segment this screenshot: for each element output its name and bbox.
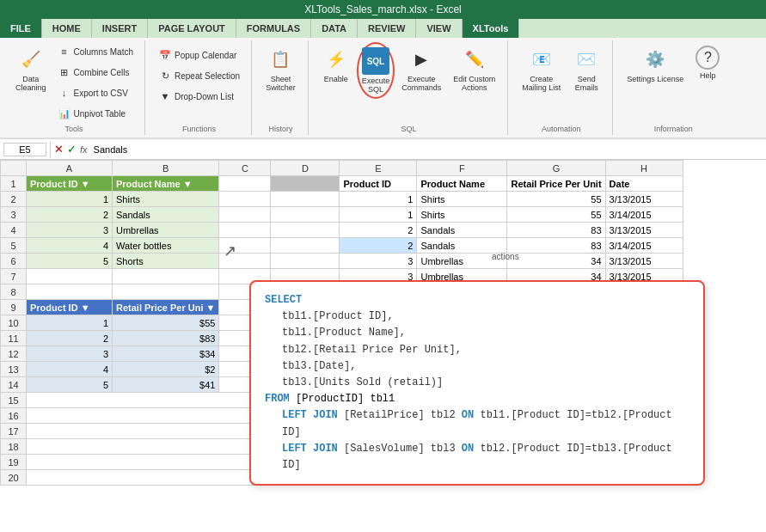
cell-h3[interactable]: 3/14/2015 [605,207,683,223]
execute-sql-button[interactable]: SQL ExecuteSQL [357,42,395,99]
col-header-a[interactable]: A [27,161,113,176]
cell-b9[interactable]: Retail Price Per Uni ▼ [113,300,219,315]
cell-b14[interactable]: $41 [113,377,219,393]
cell-h4[interactable]: 3/13/2015 [605,223,683,238]
sheet-switcher-button[interactable]: 📋 SheetSwitcher [260,42,301,95]
cell-d6[interactable] [271,254,340,269]
cell-f5[interactable]: Sandals [417,238,507,254]
cell-a5[interactable]: 4 [27,238,113,254]
confirm-formula-icon[interactable]: ✓ [67,143,77,156]
tab-insert[interactable]: INSERT [92,19,148,38]
cell-c5[interactable] [219,238,271,254]
cell-b2[interactable]: Shirts [113,192,219,207]
cell-g4[interactable]: 83 [507,223,605,238]
insert-function-icon[interactable]: fx [80,144,88,155]
create-mailing-list-button[interactable]: 📧 CreateMailing List [517,42,566,95]
cell-b8[interactable] [113,284,219,300]
cell-a8[interactable] [27,284,113,300]
cell-d5[interactable] [271,238,340,254]
tab-review[interactable]: REVIEW [358,19,416,38]
cell-e6[interactable]: 3 [340,254,417,269]
cell-b7[interactable] [113,269,219,284]
cell-g5[interactable]: 83 [507,238,605,254]
cell-f3[interactable]: Shirts [417,207,507,223]
send-emails-button[interactable]: ✉️ SendEmails [567,42,605,95]
cell-b13[interactable]: $2 [113,362,219,377]
tab-formulas[interactable]: FORMULAS [236,19,311,38]
col-header-c[interactable]: C [219,161,271,176]
tab-home[interactable]: HOME [42,19,92,38]
formula-input[interactable]: Sandals [91,144,763,156]
cell-a1[interactable]: Product ID ▼ [27,176,113,192]
combine-cells-button[interactable]: ⊞ Combine Cells [53,63,138,82]
cell-b5[interactable]: Water bottles [113,238,219,254]
dropdown-list-button[interactable]: ▼ Drop-Down List [154,87,244,106]
cell-b10[interactable]: $55 [113,315,219,331]
cell-e1[interactable]: Product ID [340,176,417,192]
help-button[interactable]: ? Help [690,42,725,83]
cell-a6[interactable]: 5 [27,254,113,269]
cell-h2[interactable]: 3/13/2015 [605,192,683,207]
cell-b3[interactable]: Sandals [113,207,219,223]
cell-f4[interactable]: Sandals [417,223,507,238]
cell-d3[interactable] [271,207,340,223]
cell-f2[interactable]: Shirts [417,192,507,207]
cell-h5[interactable]: 3/14/2015 [605,238,683,254]
col-header-h[interactable]: H [605,161,683,176]
cell-a7[interactable] [27,269,113,284]
enable-button[interactable]: ⚡ Enable [317,42,355,87]
data-cleaning-button[interactable]: 🧹 DataCleaning [10,42,52,95]
columns-match-button[interactable]: ≡ Columns Match [53,42,138,61]
cell-g2[interactable]: 55 [507,192,605,207]
cell-c1[interactable] [219,176,271,192]
repeat-selection-button[interactable]: ↻ Repeat Selection [154,66,244,85]
cell-e4[interactable]: 2 [340,223,417,238]
cell-c6[interactable] [219,254,271,269]
cell-a13[interactable]: 4 [27,362,113,377]
execute-commands-button[interactable]: ▶ ExecuteCommands [396,42,446,95]
col-header-f[interactable]: F [417,161,507,176]
cell-a11[interactable]: 2 [27,331,113,346]
cell-a12[interactable]: 3 [27,346,113,362]
cell-d4[interactable] [271,223,340,238]
cancel-formula-icon[interactable]: ✕ [54,143,64,156]
cell-a3[interactable]: 2 [27,207,113,223]
cell-a2[interactable]: 1 [27,192,113,207]
cell-a14[interactable]: 5 [27,377,113,393]
cell-c2[interactable] [219,192,271,207]
cell-f1[interactable]: Product Name [417,176,507,192]
export-csv-button[interactable]: ↓ Export to CSV [53,83,138,102]
cell-b12[interactable]: $34 [113,346,219,362]
cell-g1[interactable]: Retail Price Per Unit [507,176,605,192]
settings-license-button[interactable]: ⚙️ Settings License [622,42,689,87]
cell-c3[interactable] [219,207,271,223]
cell-g6[interactable]: 34 [507,254,605,269]
cell-b11[interactable]: $83 [113,331,219,346]
cell-a4[interactable]: 3 [27,223,113,238]
tab-xltools[interactable]: XLTools [463,19,520,38]
unpivot-table-button[interactable]: 📊 Unpivot Table [53,104,138,123]
tab-view[interactable]: VIEW [416,19,462,38]
cell-b1[interactable]: Product Name ▼ [113,176,219,192]
col-header-b[interactable]: B [113,161,219,176]
cell-e2[interactable]: 1 [340,192,417,207]
cell-reference[interactable]: E5 [3,143,46,156]
cell-b4[interactable]: Umbrellas [113,223,219,238]
col-header-g[interactable]: G [507,161,605,176]
cell-e3[interactable]: 1 [340,207,417,223]
cell-b6[interactable]: Shorts [113,254,219,269]
cell-c4[interactable] [219,223,271,238]
cell-h1[interactable]: Date [605,176,683,192]
cell-e5[interactable]: 2 [340,238,417,254]
cell-g3[interactable]: 55 [507,207,605,223]
tab-page-layout[interactable]: PAGE LAYOUT [148,19,236,38]
col-header-e[interactable]: E [340,161,417,176]
cell-a9[interactable]: Product ID ▼ [27,300,113,315]
cell-d2[interactable] [271,192,340,207]
tab-file[interactable]: FILE [0,19,42,38]
edit-custom-actions-button[interactable]: ✏️ Edit CustomActions [448,42,500,95]
cell-a10[interactable]: 1 [27,315,113,331]
tab-data[interactable]: DATA [311,19,358,38]
col-header-d[interactable]: D [271,161,340,176]
cell-h6[interactable]: 3/13/2015 [605,254,683,269]
